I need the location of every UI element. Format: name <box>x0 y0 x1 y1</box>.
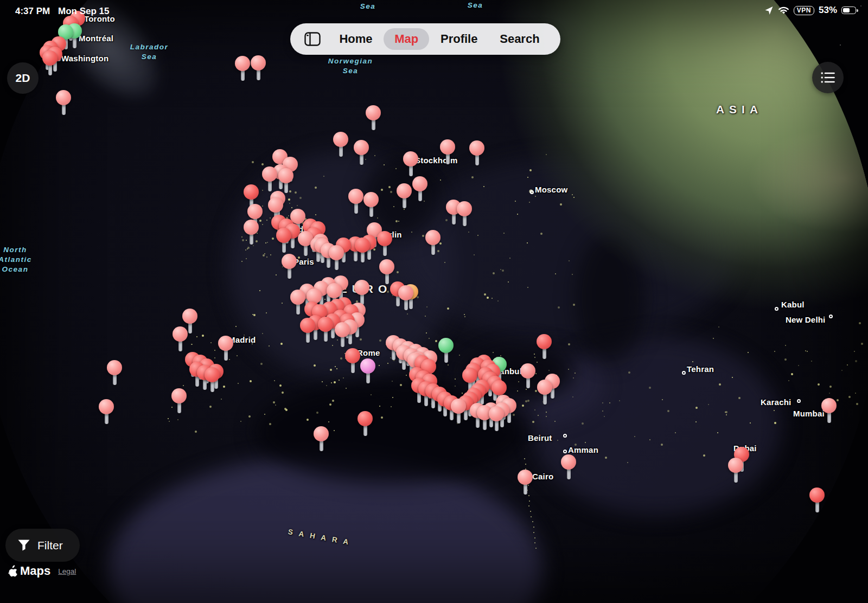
map-pin-s[interactable] <box>440 139 455 168</box>
map-pin-s[interactable] <box>821 398 837 426</box>
pin-head <box>235 56 250 71</box>
map-pin-s[interactable] <box>489 406 504 434</box>
map-pin-r[interactable] <box>358 411 373 439</box>
clock: 4:37 PM <box>15 6 50 17</box>
pin-head <box>244 220 259 235</box>
map-pin-s[interactable] <box>173 326 188 355</box>
pin-head <box>247 204 263 219</box>
nav-tab-search[interactable]: Search <box>489 28 550 50</box>
pin-head <box>451 399 466 414</box>
map-pin-s[interactable] <box>363 192 379 220</box>
location-arrow-icon <box>764 6 774 15</box>
map-pin-s[interactable] <box>314 426 329 454</box>
map-pin-s[interactable] <box>282 254 297 282</box>
pin-head <box>182 309 197 324</box>
map-pin-s[interactable] <box>107 360 122 388</box>
apple-logo-icon <box>8 565 18 578</box>
pin-head <box>403 151 418 166</box>
map-pin-s[interactable] <box>244 220 259 248</box>
city-dot-marker <box>530 190 534 194</box>
filter-button[interactable]: Filter <box>5 529 80 562</box>
nav-tab-profile[interactable]: Profile <box>430 28 488 50</box>
map-pin-s[interactable] <box>171 388 187 416</box>
city-dot-marker <box>563 450 567 453</box>
map-pin-s[interactable] <box>425 230 441 258</box>
pin-head <box>360 358 375 374</box>
city-label: Rome <box>357 348 380 357</box>
pin-head <box>520 363 535 379</box>
map-pin-r[interactable] <box>276 228 291 256</box>
list-view-button[interactable] <box>812 62 844 93</box>
map-pin-s[interactable] <box>398 285 413 313</box>
globe-limb-shadow <box>0 0 868 603</box>
map-pin-s[interactable] <box>451 399 466 427</box>
map-pin-s[interactable] <box>457 201 472 229</box>
map-pin-s[interactable] <box>397 183 412 211</box>
apple-maps-logo: Maps <box>8 564 50 578</box>
pin-head <box>333 132 348 147</box>
pin-head <box>397 183 412 198</box>
map-pin-s[interactable] <box>366 105 381 133</box>
wifi-icon <box>778 6 789 15</box>
pin-head <box>327 283 342 298</box>
map-pin-s[interactable] <box>728 458 743 486</box>
map-pin-s[interactable] <box>99 399 114 427</box>
list-icon <box>820 71 835 84</box>
map-pin-s[interactable] <box>251 55 266 84</box>
map-pin-s[interactable] <box>56 90 71 118</box>
top-navigation-bar: HomeMapProfileSearch <box>290 23 560 55</box>
nav-tabs: HomeMapProfileSearch <box>323 28 560 50</box>
pin-head <box>300 318 315 333</box>
map-pin-r[interactable] <box>205 367 220 395</box>
map-pin-s[interactable] <box>403 151 418 179</box>
nav-tab-home[interactable]: Home <box>328 28 383 50</box>
map-pin-s[interactable] <box>290 290 305 318</box>
nav-tab-map[interactable]: Map <box>384 28 429 50</box>
city-dot-marker <box>829 315 833 318</box>
map-pin-s[interactable] <box>520 363 535 392</box>
pin-head <box>821 398 837 413</box>
battery-icon <box>841 7 856 14</box>
map-mode-2d-button[interactable]: 2D <box>7 62 39 94</box>
map-pin-s[interactable] <box>235 56 250 84</box>
pin-head <box>355 238 370 253</box>
city-label: Beirut <box>528 433 552 442</box>
pin-head <box>345 348 360 363</box>
pin-head <box>363 192 379 207</box>
map-pin-s[interactable] <box>537 380 552 408</box>
map-pin-s[interactable] <box>348 189 363 217</box>
legal-link[interactable]: Legal <box>58 567 76 575</box>
map-pin-r[interactable] <box>42 50 58 79</box>
map-pin-s[interactable] <box>354 140 369 168</box>
map-pin-s[interactable] <box>329 245 344 273</box>
map-pin-r[interactable] <box>318 317 333 345</box>
map-pin-s[interactable] <box>412 176 427 204</box>
map-pin-r[interactable] <box>537 334 552 362</box>
pin-head <box>354 140 369 155</box>
map-pin-g[interactable] <box>438 338 454 366</box>
map-pin-s[interactable] <box>561 454 576 483</box>
map-pin-s[interactable] <box>469 140 484 169</box>
map-pin-r[interactable] <box>809 487 825 516</box>
pin-head <box>489 406 504 421</box>
pin-head <box>492 380 507 395</box>
city-label: Cairo <box>532 472 553 481</box>
pin-head <box>173 326 188 342</box>
pin-head <box>171 388 187 403</box>
map-pin-r[interactable] <box>355 238 370 266</box>
map-pin-r[interactable] <box>345 348 360 376</box>
sidebar-toggle-button[interactable] <box>304 31 323 47</box>
pin-head <box>438 338 454 353</box>
pin-head <box>366 105 381 120</box>
map-pin-s[interactable] <box>518 470 533 498</box>
city-label: New Delhi <box>786 315 825 324</box>
city-dot-marker <box>682 371 686 375</box>
city-label: Moscow <box>535 185 567 194</box>
map-pin-s[interactable] <box>333 132 348 160</box>
map-pin-s[interactable] <box>218 336 233 364</box>
map-pin-p[interactable] <box>360 358 375 387</box>
map-pin-r[interactable] <box>300 318 315 346</box>
map-pin-s[interactable] <box>335 322 350 350</box>
pin-head <box>335 322 350 337</box>
map-pin-r[interactable] <box>377 231 392 259</box>
